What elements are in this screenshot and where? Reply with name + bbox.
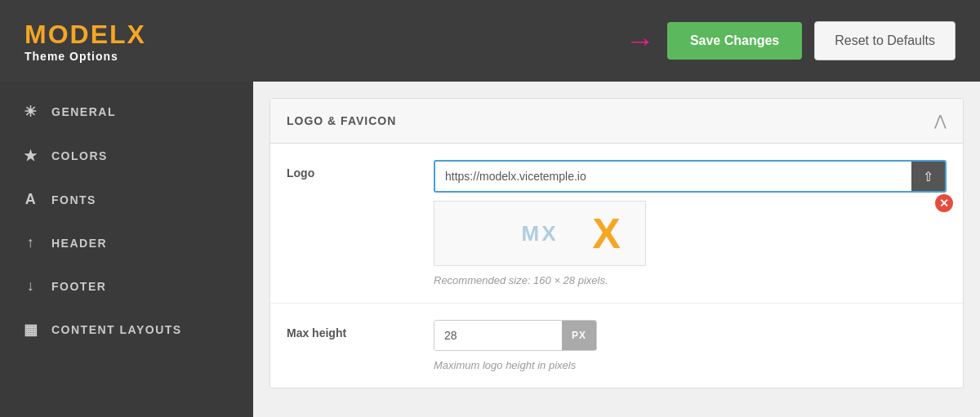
section-header: LOGO & FAVICON ⋀ (270, 99, 963, 144)
upload-icon: ⇧ (923, 169, 933, 184)
logo-accent: X (127, 20, 146, 49)
sidebar-label-content-layouts: CONTENT LAYOUTS (51, 323, 182, 336)
footer-icon: ↓ (22, 277, 40, 295)
sidebar-label-fonts: FONTS (51, 193, 96, 206)
logo-controls: ⇧ MX X ✕ Recommended size: 160 × 28 pixe… (434, 160, 947, 286)
content-area: LOGO & FAVICON ⋀ Logo ⇧ MX (253, 82, 980, 417)
header-actions: → Save Changes Reset to Defaults (626, 21, 956, 60)
sidebar-label-colors: COLORS (51, 149, 108, 162)
remove-image-button[interactable]: ✕ (935, 194, 953, 212)
sidebar-item-header[interactable]: ↑ HEADER (0, 221, 253, 264)
logo-hint: Recommended size: 160 × 28 pixels. (434, 274, 947, 286)
sidebar-item-general[interactable]: ☀ GENERAL (0, 90, 253, 134)
logo-url-input[interactable] (435, 162, 911, 191)
save-button[interactable]: Save Changes (667, 22, 802, 60)
fonts-icon: A (22, 191, 40, 208)
sidebar-label-header: HEADER (51, 237, 107, 250)
arrow-icon: → (626, 24, 655, 58)
app-logo: MODELX (24, 20, 146, 50)
logo-image-preview: MX X (434, 201, 646, 266)
app-subtitle: Theme Options (24, 50, 146, 63)
sidebar-item-fonts[interactable]: A FONTS (0, 178, 253, 221)
top-header: MODELX Theme Options → Save Changes Rese… (0, 0, 980, 82)
sidebar-item-footer[interactable]: ↓ FOOTER (0, 264, 253, 308)
sidebar-label-footer: FOOTER (51, 280, 106, 293)
logo-main: MODEL (24, 20, 127, 49)
sidebar-item-colors[interactable]: ★ COLORS (0, 134, 253, 178)
preview-x-mark: X (592, 209, 621, 258)
logo-field-row: Logo ⇧ MX X ✕ Reco (270, 144, 963, 304)
max-height-hint: Maximum logo height in pixels (434, 359, 947, 371)
logo-favicon-panel: LOGO & FAVICON ⋀ Logo ⇧ MX (270, 98, 964, 388)
logo-area: MODELX Theme Options (24, 20, 146, 63)
section-title: LOGO & FAVICON (287, 114, 396, 127)
logo-label: Logo (287, 160, 417, 180)
unit-badge: PX (562, 321, 596, 350)
max-height-label: Max height (287, 320, 417, 339)
image-preview-wrapper: MX X ✕ (434, 201, 947, 266)
reset-button[interactable]: Reset to Defaults (814, 21, 956, 60)
main-layout: ☀ GENERAL ★ COLORS A FONTS ↑ HEADER ↓ FO… (0, 82, 980, 417)
upload-button[interactable]: ⇧ (911, 162, 945, 191)
sidebar-label-general: GENERAL (51, 105, 116, 118)
max-height-input[interactable] (434, 321, 562, 350)
max-height-field-row: Max height PX Maximum logo height in pix… (270, 304, 963, 388)
header-icon: ↑ (22, 234, 40, 251)
globe-icon: ☀ (22, 103, 40, 121)
preview-logo-text: MX (522, 221, 559, 246)
sidebar: ☀ GENERAL ★ COLORS A FONTS ↑ HEADER ↓ FO… (0, 82, 253, 417)
logo-url-input-row: ⇧ (434, 160, 947, 193)
collapse-icon[interactable]: ⋀ (934, 112, 947, 130)
drop-icon: ★ (22, 147, 40, 165)
max-height-input-row: PX (434, 320, 597, 351)
layouts-icon: ▦ (22, 321, 40, 339)
max-height-controls: PX Maximum logo height in pixels (434, 320, 947, 371)
sidebar-item-content-layouts[interactable]: ▦ CONTENT LAYOUTS (0, 308, 253, 352)
